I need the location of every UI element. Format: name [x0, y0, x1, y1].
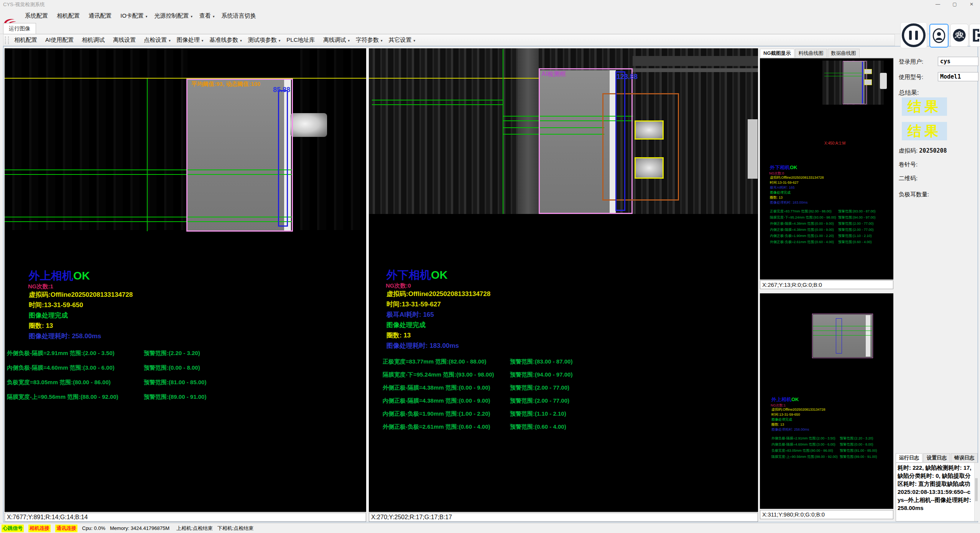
title-bar: CYS-视觉检测系统 — ▢ ✕	[0, 0, 980, 8]
menu-item[interactable]: 系统配置	[21, 12, 53, 20]
toolbar-item-label: 测试项参数	[248, 36, 277, 43]
menu-item[interactable]: IO卡配置▾	[117, 12, 151, 20]
camera-name: 外上相机	[29, 270, 73, 282]
model-input[interactable]	[938, 72, 978, 81]
toolbar-item[interactable]: 相机配置	[11, 36, 42, 44]
chevron-down-icon: ▾	[240, 39, 242, 43]
info-line: 虚拟码:Offline20250208133134728	[770, 175, 824, 180]
minimize-button[interactable]: —	[929, 0, 946, 8]
machine-photo-left	[5, 48, 187, 230]
menu-item[interactable]: 光源控制配置▾	[151, 12, 196, 20]
toolbar-item[interactable]: 离线设置	[110, 36, 141, 44]
log-tab[interactable]: 设置日志	[923, 453, 950, 462]
measurement-value: 外侧正极-负极=2.61mm 范围:(0.60 - 4.00)	[383, 423, 490, 431]
maximize-button[interactable]: ▢	[946, 0, 963, 8]
menu-item-label: 系统语言切换	[221, 12, 256, 19]
measure-line-vertical	[503, 49, 503, 214]
memory-usage: Memory: 3424.41796875M	[110, 525, 169, 531]
machine-bar	[633, 56, 758, 66]
measurement-value: 外侧负极-隔膜=2.91mm 范围:(2.00 - 3.50)	[7, 350, 115, 357]
mini-camera-title: 外上相机OK	[771, 396, 799, 403]
menu-item[interactable]: 查看▾	[196, 12, 218, 20]
info-line: 时间:13-31-59-650	[29, 301, 133, 311]
blue-measure-value: 123.88	[617, 73, 638, 81]
pause-button[interactable]	[900, 22, 927, 48]
reference-line-yellow	[5, 78, 366, 79]
total-result-label: 总结果:	[899, 89, 919, 97]
chevron-down-icon: ▾	[191, 15, 192, 18]
toolbar-item[interactable]: 字符参数▾	[353, 36, 386, 44]
menu-bar: 系统配置 相机配置 通讯配置 IO卡配置▾ 光源控制配置▾ 查看▾ 系统语言切换	[0, 8, 980, 23]
scrollbar-thumb[interactable]	[975, 478, 978, 501]
status-badge: OK	[790, 165, 797, 170]
middle-camera-view[interactable]: AI检测框 123.88 外下相机OK NG次数:0 虚拟码:Offline20…	[369, 48, 758, 512]
info-line: 图像处理完成	[771, 417, 825, 422]
measurement-value: 外侧正极-隔膜=4.38mm 范围:(0.00 - 9.00)	[383, 384, 490, 392]
measurement-warn-range: 预警范围:(1.10 - 2.10)	[838, 234, 872, 239]
ng-panel-tab[interactable]: NG截图显示	[760, 49, 794, 58]
toolbar-item[interactable]: 测试项参数▾	[245, 36, 284, 44]
measurement-value: 外侧正极-隔膜=4.38mm 范围:(0.00 - 9.00)	[770, 221, 834, 226]
model-label: 使用型号:	[899, 74, 923, 81]
measurement-value: 负极宽度=83.05mm 范围:(80.00 - 86.00)	[7, 379, 111, 386]
close-button[interactable]: ✕	[963, 0, 980, 8]
machine-photo-right	[293, 48, 366, 230]
toolbar-item[interactable]: 离线调试▾	[320, 36, 353, 44]
mini-detection-box-blue	[836, 318, 842, 354]
toolbar-item-label: 字符参数	[356, 36, 379, 43]
measurement-value: 隔膜宽度-下=95.24mm 范围:(93.00 - 98.00)	[770, 215, 836, 220]
login-user-input[interactable]	[938, 57, 978, 66]
neg-tab-count-label: 负极耳数量:	[899, 191, 929, 198]
measurement-warn-range: 预警范围:(2.00 - 77.00)	[510, 397, 569, 405]
toolbar-item[interactable]: 基准线参数▾	[206, 36, 245, 44]
toolbar-item[interactable]: PLC地址库	[283, 36, 320, 44]
machine-bright-strip	[748, 119, 758, 179]
info-line: 图像处理完成	[770, 190, 824, 195]
result-display-1: 结果	[902, 97, 947, 116]
toolbar-item[interactable]: 相机调试	[79, 36, 110, 44]
camera-name: 外下相机	[386, 269, 431, 281]
menu-item[interactable]: 系统语言切换	[218, 12, 261, 20]
virtual-code-label: 虚拟码:	[899, 147, 918, 154]
ng-snapshot-bottom-camera[interactable]: X:450:A:1:M 外下相机OK NG次数:0 虚拟码:Offline202…	[760, 58, 893, 280]
toolbar-item[interactable]: 其它设置▾	[386, 36, 419, 44]
tab-run-image[interactable]: 运行图像	[3, 23, 36, 34]
toolbar-drag-handle-icon[interactable]	[5, 36, 9, 44]
ng-snapshot-top-camera[interactable]: 外上相机OK NG次数:1 虚拟码:Offline202502081331347…	[760, 293, 893, 509]
current-user-button[interactable]	[929, 24, 949, 48]
mini-detection-box-pink	[812, 314, 873, 358]
measurement-warn-range: 预警范围:(0.60 - 4.00)	[838, 240, 872, 245]
measurement-value: 外侧正极-负极=2.61mm 范围:(0.60 - 4.00)	[770, 240, 834, 245]
login-user-label: 登录用户:	[899, 58, 923, 66]
menu-item[interactable]: 通讯配置	[85, 12, 117, 20]
toolbar-item-label: 基准线参数	[209, 36, 238, 43]
camera-connection-badge: 相机连接	[28, 525, 51, 532]
log-tab[interactable]: 错误日志	[951, 453, 978, 462]
mini-measure-line	[813, 326, 872, 326]
mini-tab-box-yellow	[864, 79, 872, 85]
ng-panel-tab[interactable]: 数据曲线图	[828, 49, 860, 58]
toolbar-item[interactable]: 图像处理▾	[174, 36, 207, 44]
user-icon	[932, 28, 945, 43]
chevron-down-icon: ▾	[381, 39, 383, 43]
user-management-button[interactable]	[950, 24, 968, 47]
info-line: 极耳AI耗时: 165	[770, 185, 824, 190]
log-scrollbar[interactable]	[974, 463, 978, 521]
log-tab[interactable]: 运行日志	[896, 453, 922, 462]
menu-item-label: 系统配置	[25, 12, 48, 19]
ng-panel-tab[interactable]: 料线曲线图	[795, 49, 827, 58]
info-line: 圈数: 13	[29, 321, 133, 332]
menu-item-label: IO卡配置	[120, 12, 144, 19]
info-line: 图像处理完成	[386, 321, 490, 331]
measurement-warn-range: 预警范围:(83.00 - 87.00)	[510, 358, 572, 365]
measure-line-vertical	[147, 79, 148, 231]
toolbar-item[interactable]: AI使用配置	[42, 36, 79, 44]
measurement-warn-range: 预警范围:(0.00 - 8.00)	[144, 364, 200, 372]
exit-button[interactable]	[969, 24, 980, 47]
menu-item[interactable]: 相机配置	[53, 12, 85, 20]
left-camera-view[interactable]: 平均阈值:93, 动态阈值:100 85.88 外上相机OK NG次数:1 虚拟…	[5, 48, 366, 512]
log-tabs: 运行日志设置日志错误日志	[896, 453, 978, 462]
chevron-down-icon: ▾	[414, 39, 416, 43]
toolbar-item[interactable]: 点检设置▾	[141, 36, 174, 44]
menu-item-label: 光源控制配置	[154, 12, 189, 19]
